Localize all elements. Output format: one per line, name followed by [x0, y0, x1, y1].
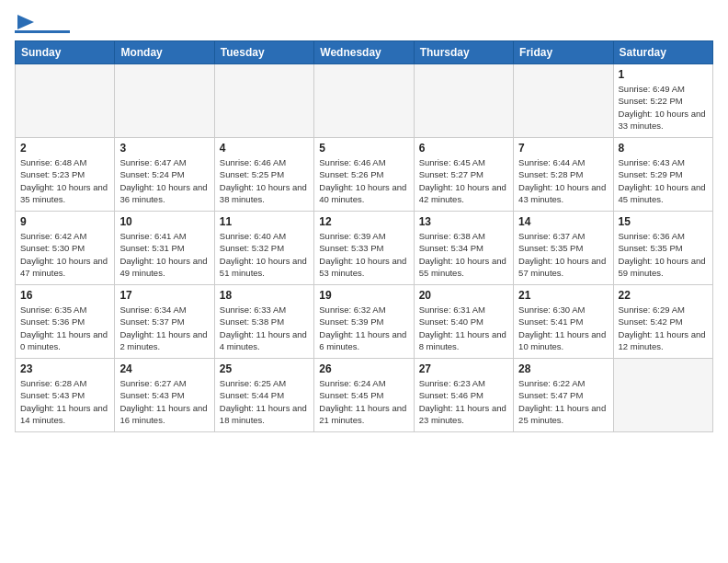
day-info: Sunrise: 6:23 AM Sunset: 5:46 PM Dayligh…	[419, 377, 508, 426]
day-number: 25	[220, 362, 309, 375]
day-number: 15	[619, 215, 708, 228]
day-info: Sunrise: 6:22 AM Sunset: 5:47 PM Dayligh…	[518, 377, 608, 426]
day-info: Sunrise: 6:48 AM Sunset: 5:23 PM Dayligh…	[20, 156, 109, 205]
day-number: 28	[518, 362, 608, 375]
calendar-day-cell: 16Sunrise: 6:35 AM Sunset: 5:36 PM Dayli…	[16, 285, 115, 359]
day-info: Sunrise: 6:49 AM Sunset: 5:22 PM Dayligh…	[619, 83, 708, 132]
calendar-day-cell: 8Sunrise: 6:43 AM Sunset: 5:29 PM Daylig…	[613, 138, 712, 212]
day-number: 16	[20, 289, 109, 302]
calendar-day-cell: 25Sunrise: 6:25 AM Sunset: 5:44 PM Dayli…	[214, 359, 313, 432]
day-info: Sunrise: 6:40 AM Sunset: 5:32 PM Dayligh…	[220, 230, 309, 279]
day-number: 2	[20, 142, 109, 155]
day-info: Sunrise: 6:27 AM Sunset: 5:43 PM Dayligh…	[119, 377, 209, 426]
day-info: Sunrise: 6:44 AM Sunset: 5:28 PM Dayligh…	[518, 156, 608, 205]
weekday-header-thursday: Thursday	[414, 41, 513, 64]
day-info: Sunrise: 6:35 AM Sunset: 5:36 PM Dayligh…	[20, 304, 109, 352]
calendar-day-cell	[514, 64, 613, 138]
day-info: Sunrise: 6:46 AM Sunset: 5:25 PM Dayligh…	[220, 156, 309, 205]
weekday-header-row: SundayMondayTuesdayWednesdayThursdayFrid…	[16, 41, 713, 64]
day-number: 20	[419, 289, 508, 302]
calendar-day-cell: 26Sunrise: 6:24 AM Sunset: 5:45 PM Dayli…	[314, 359, 414, 432]
calendar-day-cell: 13Sunrise: 6:38 AM Sunset: 5:34 PM Dayli…	[414, 212, 513, 285]
calendar-day-cell: 24Sunrise: 6:27 AM Sunset: 5:43 PM Dayli…	[115, 359, 214, 432]
day-info: Sunrise: 6:30 AM Sunset: 5:41 PM Dayligh…	[518, 304, 608, 352]
calendar-week-row: 1Sunrise: 6:49 AM Sunset: 5:22 PM Daylig…	[16, 64, 713, 138]
day-number: 4	[220, 142, 309, 155]
day-number: 5	[319, 142, 408, 155]
day-number: 22	[619, 289, 708, 302]
calendar-day-cell: 23Sunrise: 6:28 AM Sunset: 5:43 PM Dayli…	[16, 359, 115, 432]
calendar-day-cell: 1Sunrise: 6:49 AM Sunset: 5:22 PM Daylig…	[613, 64, 712, 138]
calendar-day-cell: 9Sunrise: 6:42 AM Sunset: 5:30 PM Daylig…	[16, 212, 115, 285]
calendar-day-cell: 22Sunrise: 6:29 AM Sunset: 5:42 PM Dayli…	[613, 285, 712, 359]
calendar-week-row: 9Sunrise: 6:42 AM Sunset: 5:30 PM Daylig…	[16, 212, 713, 285]
day-number: 27	[419, 362, 508, 375]
day-info: Sunrise: 6:25 AM Sunset: 5:44 PM Dayligh…	[220, 377, 309, 426]
day-number: 10	[119, 215, 209, 228]
calendar-day-cell: 3Sunrise: 6:47 AM Sunset: 5:24 PM Daylig…	[115, 138, 214, 212]
day-info: Sunrise: 6:37 AM Sunset: 5:35 PM Dayligh…	[518, 230, 608, 279]
day-number: 9	[20, 215, 109, 228]
day-number: 14	[518, 215, 608, 228]
day-number: 1	[619, 68, 708, 81]
calendar-day-cell	[314, 64, 414, 138]
calendar-day-cell: 5Sunrise: 6:46 AM Sunset: 5:26 PM Daylig…	[314, 138, 414, 212]
calendar-day-cell: 21Sunrise: 6:30 AM Sunset: 5:41 PM Dayli…	[514, 285, 613, 359]
calendar-table: SundayMondayTuesdayWednesdayThursdayFrid…	[15, 40, 713, 432]
day-number: 3	[119, 142, 209, 155]
weekday-header-tuesday: Tuesday	[214, 41, 313, 64]
calendar-day-cell: 28Sunrise: 6:22 AM Sunset: 5:47 PM Dayli…	[514, 359, 613, 432]
day-info: Sunrise: 6:28 AM Sunset: 5:43 PM Dayligh…	[20, 377, 109, 426]
day-number: 26	[319, 362, 408, 375]
day-info: Sunrise: 6:34 AM Sunset: 5:37 PM Dayligh…	[119, 304, 209, 352]
day-info: Sunrise: 6:43 AM Sunset: 5:29 PM Dayligh…	[619, 156, 708, 205]
calendar-day-cell: 15Sunrise: 6:36 AM Sunset: 5:35 PM Dayli…	[613, 212, 712, 285]
calendar-day-cell: 10Sunrise: 6:41 AM Sunset: 5:31 PM Dayli…	[115, 212, 214, 285]
logo-underline	[15, 30, 70, 33]
day-number: 21	[518, 289, 608, 302]
day-number: 19	[319, 289, 408, 302]
weekday-header-wednesday: Wednesday	[314, 41, 414, 64]
day-number: 7	[518, 142, 608, 155]
day-number: 18	[220, 289, 309, 302]
day-info: Sunrise: 6:39 AM Sunset: 5:33 PM Dayligh…	[319, 230, 408, 279]
calendar-day-cell: 7Sunrise: 6:44 AM Sunset: 5:28 PM Daylig…	[514, 138, 613, 212]
calendar-day-cell	[214, 64, 313, 138]
calendar-day-cell: 12Sunrise: 6:39 AM Sunset: 5:33 PM Dayli…	[314, 212, 414, 285]
calendar-day-cell: 20Sunrise: 6:31 AM Sunset: 5:40 PM Dayli…	[414, 285, 513, 359]
calendar-week-row: 23Sunrise: 6:28 AM Sunset: 5:43 PM Dayli…	[16, 359, 713, 432]
calendar-day-cell: 27Sunrise: 6:23 AM Sunset: 5:46 PM Dayli…	[414, 359, 513, 432]
calendar-day-cell	[16, 64, 115, 138]
day-info: Sunrise: 6:29 AM Sunset: 5:42 PM Dayligh…	[619, 304, 708, 352]
weekday-header-sunday: Sunday	[16, 41, 115, 64]
day-info: Sunrise: 6:36 AM Sunset: 5:35 PM Dayligh…	[619, 230, 708, 279]
day-info: Sunrise: 6:41 AM Sunset: 5:31 PM Dayligh…	[119, 230, 209, 279]
logo	[15, 15, 70, 33]
day-info: Sunrise: 6:32 AM Sunset: 5:39 PM Dayligh…	[319, 304, 408, 352]
logo-arrow-icon	[17, 15, 34, 29]
day-number: 11	[220, 215, 309, 228]
day-number: 8	[619, 142, 708, 155]
calendar-day-cell: 14Sunrise: 6:37 AM Sunset: 5:35 PM Dayli…	[514, 212, 613, 285]
day-info: Sunrise: 6:46 AM Sunset: 5:26 PM Dayligh…	[319, 156, 408, 205]
day-info: Sunrise: 6:42 AM Sunset: 5:30 PM Dayligh…	[20, 230, 109, 279]
day-info: Sunrise: 6:24 AM Sunset: 5:45 PM Dayligh…	[319, 377, 408, 426]
calendar-day-cell: 17Sunrise: 6:34 AM Sunset: 5:37 PM Dayli…	[115, 285, 214, 359]
calendar-day-cell: 19Sunrise: 6:32 AM Sunset: 5:39 PM Dayli…	[314, 285, 414, 359]
day-info: Sunrise: 6:45 AM Sunset: 5:27 PM Dayligh…	[419, 156, 508, 205]
calendar-day-cell	[115, 64, 214, 138]
day-number: 13	[419, 215, 508, 228]
weekday-header-friday: Friday	[514, 41, 613, 64]
day-info: Sunrise: 6:33 AM Sunset: 5:38 PM Dayligh…	[220, 304, 309, 352]
weekday-header-monday: Monday	[115, 41, 214, 64]
calendar-day-cell: 6Sunrise: 6:45 AM Sunset: 5:27 PM Daylig…	[414, 138, 513, 212]
day-number: 23	[20, 362, 109, 375]
header	[15, 15, 713, 33]
weekday-header-saturday: Saturday	[613, 41, 712, 64]
calendar-week-row: 16Sunrise: 6:35 AM Sunset: 5:36 PM Dayli…	[16, 285, 713, 359]
calendar-day-cell: 4Sunrise: 6:46 AM Sunset: 5:25 PM Daylig…	[214, 138, 313, 212]
day-info: Sunrise: 6:47 AM Sunset: 5:24 PM Dayligh…	[119, 156, 209, 205]
calendar-day-cell: 11Sunrise: 6:40 AM Sunset: 5:32 PM Dayli…	[214, 212, 313, 285]
calendar-day-cell: 2Sunrise: 6:48 AM Sunset: 5:23 PM Daylig…	[16, 138, 115, 212]
day-number: 24	[119, 362, 209, 375]
